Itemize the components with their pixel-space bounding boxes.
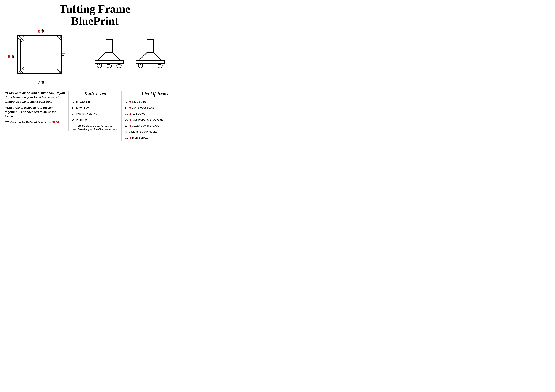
item-c: C. 2 1/4 Dowel [125, 111, 185, 117]
svg-line-29 [139, 52, 147, 60]
tools-heading: Tools Used [72, 91, 118, 97]
dimension-left: 5 ft [8, 54, 15, 59]
svg-rect-21 [95, 60, 124, 64]
svg-rect-25 [99, 64, 100, 65]
item-d: D. 1 Gal Roberts 6700 Glue [125, 117, 185, 123]
item-g: G. 3 Inch Screws [125, 135, 185, 141]
svg-rect-28 [147, 40, 153, 52]
title-section: Tufting Frame BluePrint [5, 3, 185, 27]
svg-marker-1 [21, 36, 62, 74]
item-e: E. 4 Casters With Brakes [125, 123, 185, 129]
footnote-text: *All the items on the list can be Purcha… [72, 124, 118, 131]
item-f: F. 2 Metal Screw Hooks [125, 129, 185, 135]
frame-svg [16, 34, 68, 79]
svg-rect-0 [17, 36, 62, 74]
stand-diagram-1 [93, 38, 125, 73]
stands-area [74, 29, 185, 73]
dimension-bottom: 7 ft [8, 80, 68, 85]
diagram-area: 8 ft 5 ft [5, 29, 185, 85]
item-a: A. 6 Tack Strips [125, 99, 185, 105]
items-list: A. 6 Tack Strips B. 5 2x4 8 Foot Studs C… [125, 99, 185, 141]
svg-rect-34 [140, 64, 141, 65]
items-heading: List Of Items [125, 91, 185, 97]
svg-rect-18 [106, 40, 112, 52]
stand-diagram-2 [134, 38, 166, 73]
tool-item-d: D. Hammer [72, 117, 118, 123]
page-title: Tufting Frame BluePrint [5, 3, 185, 27]
tools-column: Tools Used A. Impact Drill B. Miter Saw … [68, 91, 122, 131]
tool-item-a: A. Impact Drill [72, 99, 118, 105]
item-b: B. 5 2x4 8 Foot Studs [125, 105, 185, 111]
cost-text: **Total cost in Material is around $120 [5, 120, 65, 125]
svg-line-20 [112, 52, 120, 60]
svg-rect-31 [136, 60, 165, 64]
tool-item-c: C. Pocket Hole Jig [72, 111, 118, 117]
tool-item-b: B. Miter Saw [72, 105, 118, 111]
note2-text: **Use Pocket Holes to join the 2x4 toget… [5, 106, 65, 119]
dimension-top: 8 ft [8, 29, 68, 34]
tools-list: A. Impact Drill B. Miter Saw C. Pocket H… [72, 99, 118, 123]
note1-text: **Cuts were made with a miter saw - if y… [5, 91, 65, 104]
info-area: **Cuts were made with a miter saw - if y… [5, 88, 185, 141]
frame-diagram: 8 ft 5 ft [8, 29, 68, 85]
svg-rect-26 [108, 64, 110, 65]
svg-rect-27 [118, 64, 120, 65]
svg-line-30 [153, 52, 161, 60]
items-column: List Of Items A. 6 Tack Strips B. 5 2x4 … [121, 91, 185, 141]
svg-line-19 [98, 52, 106, 60]
svg-rect-35 [159, 64, 161, 65]
notes-column: **Cuts were made with a miter saw - if y… [5, 91, 68, 126]
